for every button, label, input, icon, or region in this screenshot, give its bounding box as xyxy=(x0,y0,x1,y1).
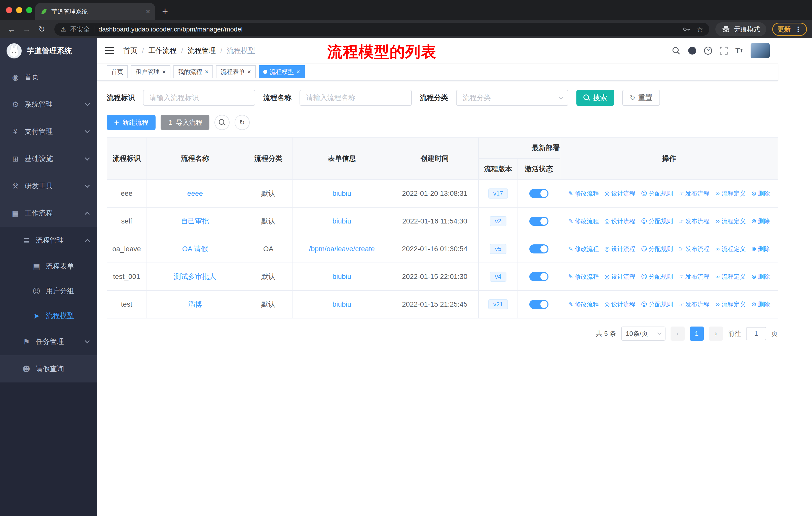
breadcrumb-process-management[interactable]: 流程管理 xyxy=(188,46,216,55)
row-action-definition[interactable]: ∞流程定义 xyxy=(715,217,746,225)
tag-process-model[interactable]: 流程模型 × xyxy=(259,65,305,78)
zoom-window-button[interactable] xyxy=(26,7,32,13)
form-info-link[interactable]: biubiu xyxy=(332,217,351,225)
process-category-select[interactable]: 流程分类 xyxy=(456,90,568,106)
tag-my-process[interactable]: 我的流程 × xyxy=(173,65,213,78)
row-action-publish[interactable]: ☞发布流程 xyxy=(678,189,709,197)
form-info-link[interactable]: biubiu xyxy=(332,273,351,280)
row-action-definition[interactable]: ∞流程定义 xyxy=(715,189,746,197)
search-icon[interactable] xyxy=(672,46,680,55)
form-info-link[interactable]: /bpm/oa/leave/create xyxy=(309,245,375,253)
row-action-assign[interactable]: ☺分配规则 xyxy=(641,189,673,197)
active-toggle[interactable] xyxy=(529,217,548,226)
create-process-button[interactable]: + 新建流程 xyxy=(107,115,155,130)
sidebar-item-process-form[interactable]: ▤ 流程表单 xyxy=(0,254,97,279)
process-name-link[interactable]: 自己审批 xyxy=(181,217,209,225)
row-action-edit[interactable]: ✎修改流程 xyxy=(568,217,599,225)
row-action-design[interactable]: ◎设计流程 xyxy=(604,273,635,281)
row-action-assign[interactable]: ☺分配规则 xyxy=(641,300,673,308)
bookmark-star-icon[interactable]: ☆ xyxy=(696,25,703,34)
sidebar-item-leave-query[interactable]: ☻ 请假查询 xyxy=(0,355,97,382)
active-toggle[interactable] xyxy=(529,189,548,198)
process-name-link[interactable]: eeee xyxy=(187,189,203,197)
process-key-input[interactable] xyxy=(143,90,255,106)
process-name-link[interactable]: OA 请假 xyxy=(182,245,208,253)
close-icon[interactable]: × xyxy=(296,69,300,75)
password-key-icon[interactable] xyxy=(683,25,690,33)
hamburger-icon[interactable] xyxy=(105,47,114,54)
help-icon[interactable]: ? xyxy=(704,47,712,55)
row-action-delete[interactable]: ⊗删除 xyxy=(751,273,770,281)
sidebar-item-task-management[interactable]: ⚑ 任务管理 xyxy=(0,328,97,355)
process-name-input[interactable] xyxy=(299,90,412,106)
sidebar-item-process-model[interactable]: ➤ 流程模型 xyxy=(0,303,97,328)
tag-process-form[interactable]: 流程表单 × xyxy=(216,65,256,78)
active-toggle[interactable] xyxy=(529,300,548,309)
incognito-badge[interactable]: 无痕模式 xyxy=(715,22,766,36)
row-action-edit[interactable]: ✎修改流程 xyxy=(568,245,599,253)
user-avatar[interactable] xyxy=(751,43,770,58)
import-process-button[interactable]: ↥ 导入流程 xyxy=(161,115,209,130)
form-info-link[interactable]: biubiu xyxy=(332,300,351,308)
row-action-publish[interactable]: ☞发布流程 xyxy=(678,273,709,281)
sidebar-item-process-management[interactable]: ≣ 流程管理 xyxy=(0,227,97,254)
row-action-design[interactable]: ◎设计流程 xyxy=(604,300,635,308)
row-action-publish[interactable]: ☞发布流程 xyxy=(678,245,709,253)
row-action-publish[interactable]: ☞发布流程 xyxy=(678,300,709,308)
close-icon[interactable]: × xyxy=(205,69,208,75)
github-icon[interactable] xyxy=(688,46,696,55)
row-action-delete[interactable]: ⊗删除 xyxy=(751,245,770,253)
breadcrumb-home[interactable]: 首页 xyxy=(123,46,138,55)
next-page-button[interactable]: › xyxy=(709,327,723,341)
sidebar-item-system[interactable]: ⚙ 系统管理 xyxy=(0,91,97,118)
page-1-button[interactable]: 1 xyxy=(690,327,704,341)
row-action-edit[interactable]: ✎修改流程 xyxy=(568,189,599,197)
browser-tab[interactable]: 芋道管理系统 × xyxy=(35,3,155,20)
row-action-design[interactable]: ◎设计流程 xyxy=(604,217,635,225)
breadcrumb-workflow[interactable]: 工作流程 xyxy=(148,46,177,55)
close-window-button[interactable] xyxy=(6,7,12,13)
hide-search-button[interactable] xyxy=(214,115,230,130)
close-icon[interactable]: × xyxy=(162,69,166,75)
sidebar-item-infrastructure[interactable]: ⊞ 基础设施 xyxy=(0,145,97,172)
tag-home[interactable]: 首页 xyxy=(107,65,128,78)
row-action-publish[interactable]: ☞发布流程 xyxy=(678,217,709,225)
row-action-definition[interactable]: ∞流程定义 xyxy=(715,245,746,253)
active-toggle[interactable] xyxy=(529,272,548,281)
active-toggle[interactable] xyxy=(529,244,548,253)
row-action-design[interactable]: ◎设计流程 xyxy=(604,245,635,253)
row-action-definition[interactable]: ∞流程定义 xyxy=(715,300,746,308)
font-size-icon[interactable]: TT xyxy=(735,47,743,54)
reload-button[interactable]: ↻ xyxy=(35,24,48,34)
row-action-edit[interactable]: ✎修改流程 xyxy=(568,273,599,281)
row-action-design[interactable]: ◎设计流程 xyxy=(604,189,635,197)
row-action-assign[interactable]: ☺分配规则 xyxy=(641,245,673,253)
close-icon[interactable]: × xyxy=(247,69,251,75)
back-button[interactable]: ← xyxy=(5,25,18,34)
goto-page-input[interactable] xyxy=(746,327,766,340)
menu-kebab-icon[interactable]: ⋮ xyxy=(794,25,802,33)
row-action-assign[interactable]: ☺分配规则 xyxy=(641,217,673,225)
forward-button[interactable]: → xyxy=(20,25,33,34)
refresh-table-button[interactable]: ↻ xyxy=(235,115,250,130)
row-action-delete[interactable]: ⊗删除 xyxy=(751,217,770,225)
search-button[interactable]: 搜索 xyxy=(576,90,614,106)
row-action-assign[interactable]: ☺分配规则 xyxy=(641,273,673,281)
prev-page-button[interactable]: ‹ xyxy=(671,327,685,341)
row-action-definition[interactable]: ∞流程定义 xyxy=(715,273,746,281)
sidebar-item-payment[interactable]: ¥ 支付管理 xyxy=(0,118,97,145)
address-bar[interactable]: ⚠ 不安全 dashboard.yudao.iocoder.cn/bpm/man… xyxy=(54,23,709,36)
form-info-link[interactable]: biubiu xyxy=(332,189,351,197)
process-name-link[interactable]: 测试多审批人 xyxy=(174,273,216,280)
row-action-delete[interactable]: ⊗删除 xyxy=(751,189,770,197)
row-action-delete[interactable]: ⊗删除 xyxy=(751,300,770,308)
sidebar-item-workflow[interactable]: ▦ 工作流程 xyxy=(0,199,97,227)
close-tab-icon[interactable]: × xyxy=(146,8,150,15)
sidebar-item-home[interactable]: ◉ 首页 xyxy=(0,63,97,91)
row-action-edit[interactable]: ✎修改流程 xyxy=(568,300,599,308)
minimize-window-button[interactable] xyxy=(16,7,22,13)
new-tab-button[interactable]: + xyxy=(162,6,168,16)
process-name-link[interactable]: 滔博 xyxy=(188,300,202,308)
page-size-select[interactable]: 10条/页 xyxy=(621,327,666,341)
fullscreen-icon[interactable] xyxy=(720,47,728,55)
